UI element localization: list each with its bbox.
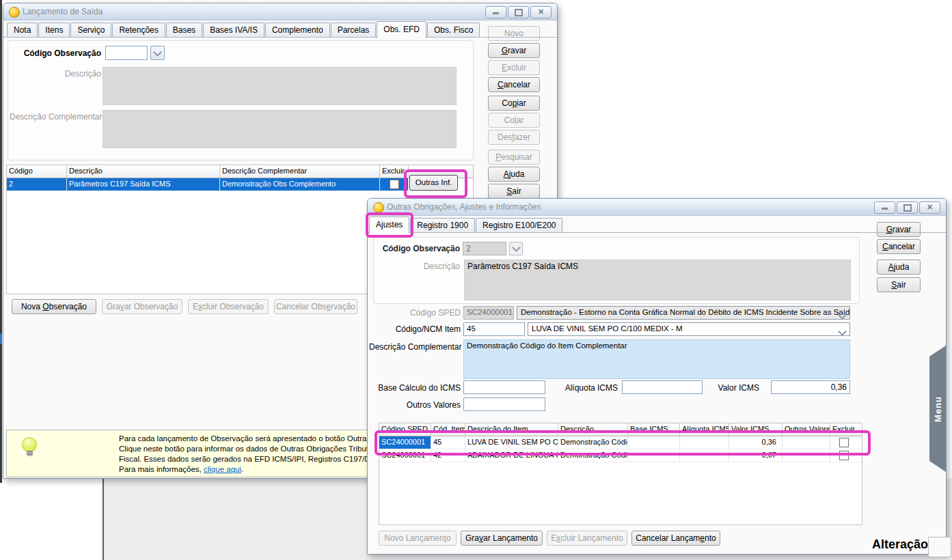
codigo-observacao-dropdown-button[interactable] — [150, 46, 165, 60]
excluir-lancamento-button[interactable]: Excluir Lançamento — [547, 531, 627, 546]
codigo-sped-combo[interactable]: Demonstração - Estorno na Conta Gráfica … — [517, 306, 850, 320]
tab-obs-fisco[interactable]: Obs. Fisco — [427, 23, 480, 38]
status-annotation: Alteração — [872, 537, 928, 552]
sair-button[interactable]: Sair — [488, 184, 540, 199]
header-cod-item[interactable]: Cód. Item — [431, 423, 465, 436]
ajustes-grid: Código SPED Cód. Item Descrição do Item … — [379, 423, 862, 525]
tabstrip-divider — [3, 37, 557, 38]
excluir-checkbox[interactable] — [839, 451, 849, 460]
header-outros-valores[interactable]: Outros Valores — [783, 423, 830, 436]
minimize-button[interactable] — [874, 201, 895, 214]
grid-row-selected[interactable]: SC24000001 45 LUVA DE VINIL SEM PO C/ De… — [379, 436, 862, 449]
titlebar[interactable]: Outras Obrigações, Ajustes e Informações — [368, 199, 946, 216]
outros-valores-input[interactable] — [463, 397, 545, 411]
header-valor-icms[interactable]: Valor ICMS — [729, 423, 783, 436]
descricao-complementar-textarea[interactable]: Demonstração Código do Item Complementar — [463, 339, 850, 379]
chevron-down-icon — [512, 243, 521, 252]
header-codigo-sped[interactable]: Código SPED — [379, 423, 431, 436]
grid-row[interactable]: SC24000001 42 ABAIXADOR DE LINGUA C Demo… — [379, 449, 862, 462]
cancelar-button[interactable]: Cancelar — [877, 239, 921, 254]
cancelar-lancamento-button[interactable]: Cancelar Lançamento — [631, 531, 720, 546]
cancelar-observacao-button[interactable]: Cancelar Observação — [274, 299, 357, 314]
novo-button[interactable]: Novo — [488, 26, 540, 41]
tab-parcelas[interactable]: Parcelas — [331, 23, 377, 38]
excluir-button[interactable]: Excluir — [488, 60, 540, 75]
header-descricao[interactable]: Descrição — [67, 165, 220, 178]
tab-registro-e100-e200[interactable]: Registro E100/E200 — [476, 218, 562, 233]
titlebar[interactable]: Lançamento de Saída — [3, 3, 557, 20]
gravar-button[interactable]: Gravar — [488, 43, 540, 58]
header-descricao-complementar[interactable]: Descrição Complementar — [220, 165, 380, 178]
minimize-button[interactable] — [485, 6, 506, 18]
desfazer-button[interactable]: Desfazer — [488, 130, 540, 145]
colar-button[interactable]: Colar — [488, 113, 540, 128]
excluir-checkbox[interactable] — [390, 180, 399, 189]
menu-slide-tab[interactable]: Menu — [929, 346, 946, 472]
codigo-observacao-dropdown-button[interactable] — [509, 242, 523, 255]
excluir-observacao-button[interactable]: Excluir Observação — [188, 299, 269, 314]
descricao-textarea[interactable]: Parâmetros C197 Saída ICMS — [464, 260, 851, 300]
descricao-complementar-label: Descrição Complementar — [10, 112, 101, 122]
gravar-button[interactable]: Gravar — [877, 222, 921, 237]
header-excluir[interactable]: Excluir — [830, 423, 858, 436]
cancelar-button[interactable]: Cancelar — [488, 77, 540, 92]
cell-valor-icms: 0,36 — [729, 436, 783, 449]
ajuda-button[interactable]: Ajuda — [488, 167, 540, 182]
header-descricao-item[interactable]: Descrição do Item — [465, 423, 558, 436]
cell-descricao-item: LUVA DE VINIL SEM PO C/ — [465, 436, 558, 449]
descricao-textarea[interactable] — [103, 67, 457, 105]
header-excluir[interactable]: Excluir — [380, 165, 409, 178]
codigo-observacao-input[interactable]: 2 — [463, 242, 506, 255]
chevron-down-icon — [153, 48, 162, 57]
codigo-sped-input[interactable]: SC24000001 — [463, 306, 514, 320]
descricao-complementar-textarea[interactable] — [103, 110, 457, 148]
tab-servico[interactable]: Serviço — [70, 23, 111, 38]
gravar-observacao-button[interactable]: Gravar Observação — [102, 299, 182, 314]
sair-button[interactable]: Sair — [877, 277, 921, 292]
nova-observacao-button[interactable]: Nova Observação — [12, 299, 96, 314]
tab-bases[interactable]: Bases — [166, 23, 202, 38]
background-window-edge — [0, 0, 2, 483]
codigo-ncm-label: Código/NCM Item — [376, 324, 461, 334]
cell-descricao: Demonstração Código — [558, 449, 628, 462]
valor-icms-input[interactable]: 0,36 — [771, 380, 850, 394]
close-button[interactable] — [919, 201, 940, 214]
novo-lancamento-button[interactable]: Novo Lançamento — [379, 531, 457, 546]
tab-obs-efd[interactable]: Obs. EFD — [377, 21, 426, 38]
tab-nota[interactable]: Nota — [7, 23, 38, 38]
codigo-ncm-input[interactable]: 45 — [463, 322, 525, 336]
background-edge-notch — [0, 333, 2, 344]
tab-complemento[interactable]: Complemento — [265, 23, 330, 38]
base-calculo-icms-input[interactable] — [463, 380, 545, 394]
window-outras-obrigacoes: Outras Obrigações, Ajustes e Informações… — [367, 198, 947, 555]
corner-box — [928, 537, 951, 557]
codigo-sped-label: Código SPED — [376, 308, 461, 318]
close-button[interactable] — [530, 6, 552, 18]
codigo-observacao-input[interactable] — [105, 46, 148, 60]
descricao-complementar-label: Descrição Complementar — [369, 342, 461, 352]
header-codigo[interactable]: Código — [7, 165, 67, 178]
outras-inf-button[interactable]: Outras Inf. — [409, 175, 458, 191]
header-base-icms[interactable]: Base ICMS — [628, 423, 680, 436]
excluir-checkbox[interactable] — [839, 438, 849, 447]
outros-valores-label: Outros Valores — [376, 400, 461, 410]
clique-aqui-link[interactable]: clique aqui — [204, 465, 241, 473]
header-descricao[interactable]: Descrição — [558, 423, 628, 436]
tab-itens[interactable]: Itens — [38, 23, 70, 38]
maximize-button[interactable] — [897, 201, 918, 214]
grid-row-selected[interactable]: 2 Parâmetros C197 Saída ICMS Demonstraçã… — [7, 178, 473, 191]
ajuda-button[interactable]: Ajuda — [877, 260, 921, 275]
maximize-button[interactable] — [508, 6, 529, 18]
gravar-lancamento-button[interactable]: Gravar Lançamento — [461, 531, 543, 546]
tab-retencoes[interactable]: Retenções — [112, 23, 165, 38]
tab-ajustes[interactable]: Ajustes — [369, 216, 409, 234]
pesquisar-button[interactable]: Pesquisar — [488, 150, 540, 165]
cell-base-icms — [628, 436, 680, 449]
tab-registro-1900[interactable]: Registro 1900 — [410, 218, 475, 233]
tab-bases-iva-is[interactable]: Bases IVA/IS — [203, 23, 264, 38]
copiar-button[interactable]: Copiar — [488, 96, 540, 111]
header-aliquota-icms[interactable]: Alíquota ICMS — [680, 423, 729, 436]
menu-tab-label: Menu — [933, 396, 943, 422]
codigo-observacao-label: Código Observação — [10, 48, 101, 58]
codigo-ncm-combo[interactable]: LUVA DE VINIL SEM PO C/100 MEDIX - M — [528, 322, 850, 336]
